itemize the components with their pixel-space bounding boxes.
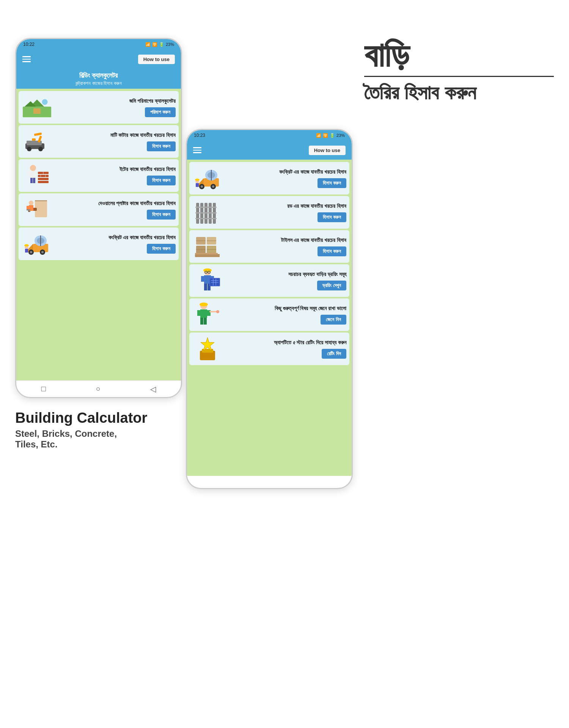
bottom-subtitle: Steel, Bricks, Concrete,Tiles, Etc.	[15, 428, 182, 450]
concrete-left-card-content: কংক্রিট এর কাজে যাবতীয় খরচের হিসাব হিসা…	[56, 234, 176, 254]
nav-circle-left[interactable]: ○	[96, 384, 100, 393]
app-title-main-left: বিল্ডিং ক্যালকুলেটর	[20, 72, 177, 80]
land-card: জমি পরিমাপের ক্যালকুলেটর পরিমাপ করুন	[19, 91, 179, 124]
svg-rect-26	[35, 200, 47, 201]
signal-icon-left: 📶	[145, 42, 151, 47]
bottom-nav-left: □ ○ ◁	[16, 380, 181, 397]
nav-back-left[interactable]: ◁	[150, 384, 156, 394]
how-to-use-button-left[interactable]: How to use	[138, 55, 175, 64]
soil-card: মাটি কাটার কাজে যাবতীয় খরচের হিসাব হিসা…	[19, 125, 179, 158]
concrete-right-card-title: কংক্রিট এর কাজে যাবতীয় খরচের হিসাব	[279, 168, 346, 176]
battery-icon-left: 🔋	[159, 42, 164, 47]
svg-rect-14	[28, 171, 31, 176]
svg-rect-79	[201, 276, 204, 282]
excavator-icon	[22, 128, 52, 155]
hamburger-menu-left[interactable]	[22, 56, 31, 62]
app-header-right: How to use	[187, 141, 352, 160]
drawing-card-content: সচরাচর ব্যবহৃত বাড়ির ড্রয়িং সমূহ ড্রয়…	[226, 271, 346, 290]
drawing-card: সচরাচর ব্যবহৃত বাড়ির ড্রয়িং সমূহ ড্রয়…	[189, 264, 349, 297]
tiles-card: টাইলস এর কাজে যাবতীয় খরচের হিসাব হিসাব …	[189, 230, 349, 263]
app-title-section-left: বিল্ডিং ক্যালকুলেটর কন্ট্রাকশন কাজের হিস…	[16, 69, 181, 89]
svg-rect-21	[38, 181, 49, 183]
brick-card-btn[interactable]: হিসাব করুন	[147, 176, 176, 185]
svg-rect-31	[27, 206, 29, 210]
info-card-content: কিছু গুরুত্বপূর্ণ বিষয় সমূহ জেনে রাখা ভ…	[226, 305, 346, 325]
svg-rect-15	[33, 171, 36, 176]
tiles-card-content: টাইলস এর কাজে যাবতীয় খরচের হিসাব হিসাব …	[226, 237, 346, 256]
land-icon	[22, 94, 52, 121]
svg-rect-9	[32, 138, 36, 141]
promo-subtitle: তৈরির হিসাব করুন	[364, 81, 554, 104]
soil-card-btn[interactable]: হিসাব করুন	[147, 141, 176, 151]
brick-card-title: ইটের কাজে যাবতীয় খরচের হিসাব	[119, 166, 176, 173]
svg-rect-98	[204, 318, 207, 325]
svg-rect-77	[204, 269, 211, 271]
star-rating-icon	[192, 336, 223, 362]
tiles-card-btn[interactable]: হিসাব করুন	[318, 246, 346, 256]
svg-rect-4	[33, 108, 41, 113]
wifi-icon-left: 🛜	[152, 42, 157, 47]
plaster-card: দেওয়ালের প্লাষ্টার কাজে যাবতীয় খরচের হ…	[19, 193, 179, 226]
svg-rect-84	[210, 279, 219, 286]
battery-pct-right: 23%	[336, 133, 345, 138]
concrete-right-card-btn[interactable]: হিসাব করুন	[318, 178, 346, 188]
app-title-sub-left: কন্ট্রাকশন কাজের হিসাব করুন	[20, 80, 177, 86]
svg-point-93	[200, 303, 208, 306]
tiles-icon	[192, 233, 223, 260]
time-right: 10:23	[194, 133, 205, 138]
how-to-use-button-right[interactable]: How to use	[309, 146, 346, 155]
svg-rect-55	[196, 183, 199, 187]
svg-rect-16	[30, 178, 33, 183]
svg-rect-8	[34, 132, 42, 136]
brick-card: ইটের কাজে যাবতীয় খরচের হিসাব হিসাব করুন	[19, 159, 179, 192]
land-card-btn[interactable]: পরিমাপ করুন	[145, 107, 176, 117]
time-left: 10:22	[23, 42, 35, 47]
plaster-card-content: দেওয়ালের প্লাষ্টার কাজে যাবতীয় খরচের হ…	[56, 200, 176, 220]
plaster-card-btn[interactable]: হিসাব করুন	[147, 210, 176, 220]
svg-rect-73	[195, 254, 220, 257]
svg-rect-43	[25, 249, 28, 253]
brick-card-content: ইটের কাজে যাবতীয় খরচের হিসাব হিসাব করুন	[56, 166, 176, 185]
brick-worker-icon	[22, 162, 52, 189]
svg-rect-97	[200, 318, 203, 325]
svg-rect-19	[38, 175, 49, 177]
svg-rect-74	[195, 253, 218, 254]
concrete-left-card-btn[interactable]: হিসাব করুন	[147, 244, 176, 254]
svg-point-56	[195, 179, 200, 181]
svg-rect-94	[200, 309, 207, 318]
drawing-card-btn[interactable]: ড্রয়িং দেখুন	[317, 281, 346, 290]
promo-text-section: বাড়ি তৈরির হিসাব করুন	[364, 38, 554, 104]
svg-point-29	[29, 201, 33, 205]
status-bar-right: 10:23 📶 🛜 🔋 23%	[187, 130, 352, 141]
concrete-right-card: কংক্রিট এর কাজে যাবতীয় খরচের হিসাব হিসা…	[189, 162, 349, 195]
drawing-engineer-icon	[192, 267, 223, 294]
rating-card-content: অ্যাপটিতে ৫ স্টার রেটিং দিয়ে সাহায্য কর…	[226, 339, 346, 359]
plaster-icon	[22, 196, 52, 223]
right-cards-container: কংক্রিট এর কাজে যাবতীয় খরচের হিসাব হিসা…	[187, 160, 352, 476]
svg-point-3	[42, 99, 47, 105]
hamburger-menu-right[interactable]	[193, 147, 201, 153]
bottom-title: Building Calculator	[15, 410, 182, 427]
soil-card-content: মাটি কাটার কাজে যাবতীয় খরচের হিসাব হিসা…	[56, 132, 176, 151]
signal-icon-right: 📶	[316, 133, 321, 138]
phone-mockup-right: 10:23 📶 🛜 🔋 23% How to use	[186, 129, 353, 489]
rating-card-btn[interactable]: রেটিং দিন	[322, 349, 346, 359]
info-card: কিছু গুরুত্বপূর্ণ বিষয় সমূহ জেনে রাখা ভ…	[189, 298, 349, 331]
info-card-btn[interactable]: জেনে নিন	[321, 315, 346, 325]
promo-title: বাড়ি	[364, 38, 554, 72]
rod-card-btn[interactable]: হিসাব করুন	[318, 212, 346, 222]
rating-card: অ্যাপটিতে ৫ স্টার রেটিং দিয়ে সাহায্য কর…	[189, 333, 349, 365]
land-card-title: জমি পরিমাপের ক্যালকুলেটর	[129, 97, 176, 105]
svg-point-53	[212, 185, 214, 188]
rating-card-title: অ্যাপটিতে ৫ স্টার রেটিং দিয়ে সাহায্য কর…	[274, 339, 346, 347]
plaster-card-title: দেওয়ালের প্লাষ্টার কাজে যাবতীয় খরচের হ…	[98, 200, 176, 207]
info-engineer-icon	[192, 301, 223, 328]
battery-icon-right: 🔋	[330, 133, 335, 138]
concrete-mixer-icon-right	[192, 165, 223, 191]
app-header-left: How to use	[16, 50, 181, 69]
nav-square-left[interactable]: □	[41, 384, 46, 393]
info-card-title: কিছু গুরুত্বপূর্ণ বিষয় সমূহ জেনে রাখা ভ…	[275, 305, 346, 312]
status-bar-left: 10:22 📶 🛜 🔋 23%	[16, 39, 181, 50]
svg-point-39	[30, 251, 32, 253]
svg-point-100	[216, 310, 219, 313]
